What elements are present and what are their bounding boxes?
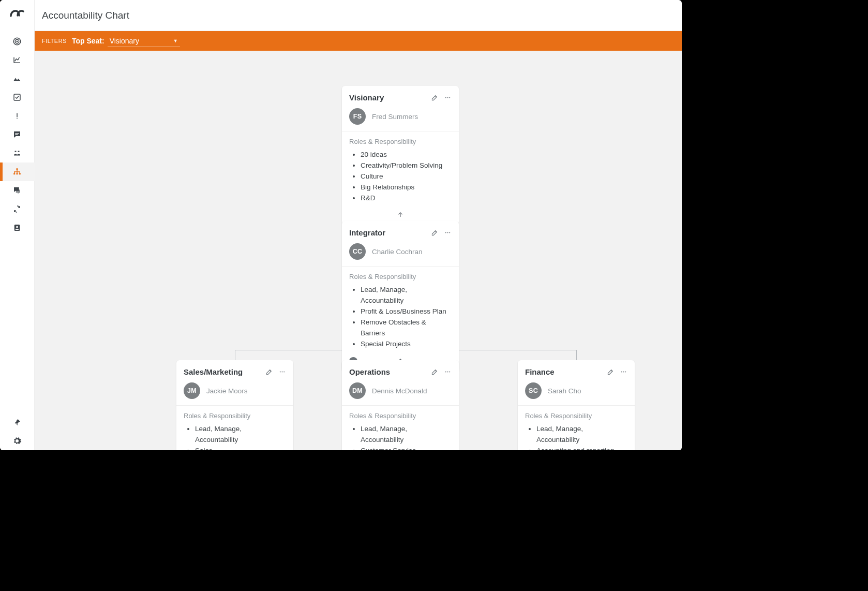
svg-rect-7 bbox=[15, 134, 18, 135]
nav-alert-icon[interactable] bbox=[0, 107, 35, 125]
nav-orgchart-icon[interactable] bbox=[0, 162, 35, 181]
more-icon[interactable] bbox=[620, 368, 627, 376]
more-icon[interactable] bbox=[278, 368, 286, 376]
roles-list: Lead, Manage, AccountabilityProfit & Los… bbox=[349, 285, 452, 350]
roles-list-item: Lead, Manage, Accountability bbox=[195, 424, 286, 446]
roles-label: Roles & Responsibility bbox=[184, 412, 286, 420]
edit-icon[interactable] bbox=[265, 368, 273, 376]
seat-title: Operations bbox=[349, 367, 390, 376]
svg-point-21 bbox=[282, 372, 283, 373]
person-name: Charlie Cochran bbox=[372, 248, 423, 256]
person-name: Fred Summers bbox=[372, 113, 418, 121]
seat-card-finance: Finance SC Sarah Cho Roles & Responsibil… bbox=[518, 360, 635, 450]
collapse-up-icon[interactable] bbox=[397, 211, 404, 218]
seat-title: Finance bbox=[525, 367, 555, 376]
nav-mountain-icon[interactable] bbox=[0, 69, 35, 88]
nav-sync-icon[interactable] bbox=[0, 200, 35, 218]
roles-list: Lead, Manage, AccountabilitySalesMarketi… bbox=[184, 424, 286, 450]
chevron-down-icon: ▼ bbox=[173, 38, 178, 43]
seat-card-sales: Sales/Marketing JM Jackie Moors Roles & … bbox=[176, 360, 293, 450]
avatar: SC bbox=[525, 382, 542, 399]
person-name: Dennis McDonald bbox=[372, 387, 427, 395]
more-icon[interactable] bbox=[444, 229, 452, 237]
svg-point-27 bbox=[623, 372, 624, 373]
svg-rect-4 bbox=[17, 113, 18, 117]
connector bbox=[235, 350, 235, 360]
roles-list-item: Lead, Manage, Accountability bbox=[536, 424, 627, 446]
roles-list-item: Lead, Manage, Accountability bbox=[361, 424, 452, 446]
roles-list: 20 ideasCreativity/Problem SolvingCultur… bbox=[349, 150, 452, 204]
topseat-dropdown[interactable]: Visionary ▼ bbox=[108, 35, 180, 47]
nav-contact-icon[interactable] bbox=[0, 218, 35, 237]
roles-label: Roles & Responsibility bbox=[349, 138, 452, 145]
svg-point-2 bbox=[17, 41, 18, 42]
sidebar bbox=[0, 0, 35, 450]
roles-list-item: Remove Obstacles & Barriers bbox=[361, 317, 452, 339]
svg-rect-3 bbox=[14, 94, 20, 100]
roles-label: Roles & Responsibility bbox=[349, 273, 452, 280]
person-name: Jackie Moors bbox=[206, 387, 248, 395]
avatar: DM bbox=[349, 382, 366, 399]
svg-point-14 bbox=[445, 97, 446, 98]
nav-binoculars-icon[interactable] bbox=[0, 144, 35, 162]
roles-list-item: Big Relationships bbox=[361, 182, 452, 193]
edit-icon[interactable] bbox=[431, 229, 439, 237]
roles-list-item: Accounting and reporting bbox=[536, 446, 627, 450]
topbar: Accountability Chart bbox=[35, 0, 682, 31]
nav-checkbox-icon[interactable] bbox=[0, 88, 35, 107]
connector bbox=[576, 350, 577, 360]
more-icon[interactable] bbox=[444, 368, 452, 376]
person-name: Sarah Cho bbox=[548, 387, 581, 395]
svg-point-20 bbox=[280, 372, 281, 373]
nav-chat-icon[interactable] bbox=[0, 125, 35, 144]
nav-pin-icon[interactable] bbox=[0, 413, 35, 432]
roles-list-item: Culture bbox=[361, 171, 452, 182]
svg-rect-6 bbox=[15, 133, 19, 134]
edit-icon[interactable] bbox=[607, 368, 615, 376]
roles-list-item: 20 ideas bbox=[361, 150, 452, 160]
roles-list-item: Creativity/Problem Solving bbox=[361, 160, 452, 171]
svg-point-23 bbox=[445, 372, 446, 373]
filters-label: FILTERS bbox=[42, 38, 67, 44]
svg-point-17 bbox=[445, 232, 446, 233]
svg-point-24 bbox=[447, 372, 448, 373]
nav-settings-icon[interactable] bbox=[0, 432, 35, 450]
svg-rect-5 bbox=[17, 118, 18, 119]
seat-card-visionary: Visionary FS Fred Summers Roles & Respon… bbox=[342, 86, 459, 225]
more-icon[interactable] bbox=[444, 94, 452, 101]
svg-point-19 bbox=[449, 232, 450, 233]
svg-point-16 bbox=[449, 97, 450, 98]
svg-point-22 bbox=[283, 372, 285, 373]
roles-list-item: Lead, Manage, Accountability bbox=[361, 285, 452, 306]
roles-label: Roles & Responsibility bbox=[349, 412, 452, 420]
topseat-value: Visionary bbox=[110, 37, 139, 45]
svg-point-28 bbox=[625, 372, 626, 373]
avatar: FS bbox=[349, 108, 366, 125]
svg-rect-11 bbox=[19, 173, 21, 174]
app-logo bbox=[9, 5, 25, 22]
roles-list-item: Customer Service bbox=[361, 446, 452, 450]
roles-list: Lead, Manage, AccountabilityAccounting a… bbox=[525, 424, 627, 450]
page-title: Accountability Chart bbox=[42, 10, 129, 21]
edit-icon[interactable] bbox=[431, 94, 439, 101]
seat-card-operations: Operations DM Dennis McDonald Roles & Re… bbox=[342, 360, 459, 450]
seat-title: Integrator bbox=[349, 228, 385, 237]
svg-point-26 bbox=[621, 372, 622, 373]
topseat-label: Top Seat: bbox=[72, 37, 104, 45]
roles-list-item: R&D bbox=[361, 193, 452, 204]
filter-bar: FILTERS Top Seat: Visionary ▼ bbox=[35, 31, 682, 51]
edit-icon[interactable] bbox=[431, 368, 439, 376]
svg-point-13 bbox=[16, 226, 18, 228]
roles-list-item: Profit & Loss/Business Plan bbox=[361, 306, 452, 317]
svg-point-15 bbox=[447, 97, 448, 98]
nav-target-icon[interactable] bbox=[0, 32, 35, 51]
nav-chart-icon[interactable] bbox=[0, 51, 35, 69]
roles-list-item: Sales bbox=[195, 446, 286, 450]
roles-label: Roles & Responsibility bbox=[525, 412, 627, 420]
nav-forum-icon[interactable] bbox=[0, 181, 35, 200]
seat-title: Sales/Marketing bbox=[184, 367, 243, 376]
avatar: CC bbox=[349, 243, 366, 260]
chart-canvas: Visionary FS Fred Summers Roles & Respon… bbox=[35, 51, 682, 450]
svg-rect-9 bbox=[13, 173, 15, 174]
svg-point-18 bbox=[447, 232, 448, 233]
